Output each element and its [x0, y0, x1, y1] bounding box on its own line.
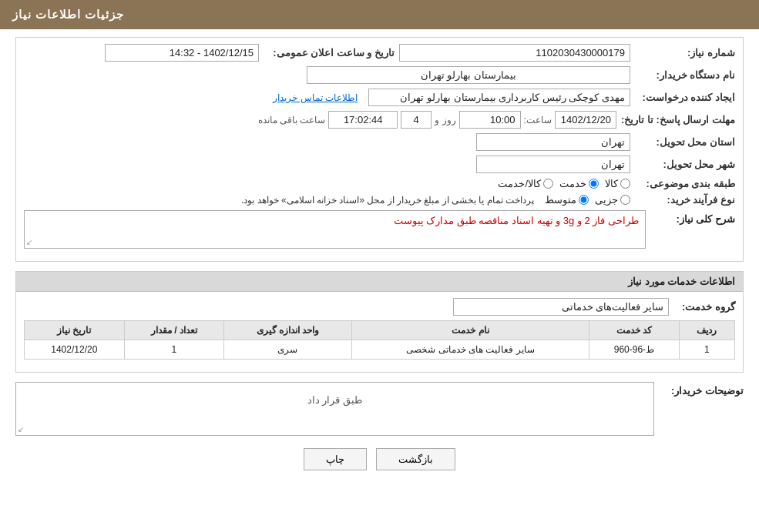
deadline-row: مهلت ارسال پاسخ: تا تاریخ: 1402/12/20 سا…	[24, 111, 735, 129]
proc-note: پرداخت تمام یا بخشی از مبلغ خریدار از مح…	[241, 195, 534, 206]
cell-unit: سری	[224, 340, 352, 360]
deadline-day-label: روز و	[435, 115, 455, 125]
proc-radio-medium[interactable]	[579, 195, 589, 205]
main-info-section: شماره نیاز: 1102030430000179 تاریخ و ساع…	[15, 37, 744, 262]
print-button[interactable]: چاپ	[304, 448, 367, 470]
page-header: جزئیات اطلاعات نیاز	[0, 0, 759, 29]
col-code: کد خدمت	[589, 321, 680, 340]
category-goods-label: کالا	[605, 178, 618, 189]
creator-row: ایجاد کننده درخواست: مهدی کوچکی رئیس کار…	[24, 89, 735, 106]
deadline-remain-label: ساعت باقی مانده	[258, 115, 326, 125]
buyer-resize-icon: ↙	[18, 425, 24, 433]
deadline-label: مهلت ارسال پاسخ: تا تاریخ:	[621, 114, 735, 125]
table-row: 1ط-96-960سایر فعالیت های خدماتی شخصیسری1…	[25, 340, 735, 360]
buyer-desc-text: طبق قرار داد	[22, 386, 647, 406]
deadline-day-value: 4	[401, 111, 432, 129]
creator-label: ایجاد کننده درخواست:	[635, 92, 735, 103]
proc-type-label: نوع فرآیند خرید:	[635, 194, 735, 206]
proc-option-medium: متوسط	[545, 194, 589, 206]
buyer-desc-label: توضیحات خریدار:	[659, 382, 744, 396]
category-radio-service[interactable]	[589, 179, 599, 189]
city-label: شهر محل تحویل:	[635, 159, 735, 170]
deadline-time-value: 10:00	[459, 111, 521, 129]
service-group-label: گروه خدمت:	[673, 301, 735, 313]
buyer-org-value: بیمارستان بهارلو تهران	[307, 66, 630, 84]
city-row: شهر محل تحویل: تهران	[24, 156, 735, 173]
category-radio-goods[interactable]	[620, 179, 630, 189]
deadline-remain-value: 17:02:44	[328, 111, 398, 129]
city-value: تهران	[476, 156, 630, 173]
buyer-org-row: نام دستگاه خریدار: بیمارستان بهارلو تهرا…	[24, 66, 735, 84]
cell-date: 1402/12/20	[25, 340, 125, 360]
category-option-both: کالا/خدمت	[498, 178, 553, 189]
service-info-section: اطلاعات خدمات مورد نیاز گروه خدمت: سایر …	[15, 271, 744, 373]
need-desc-label: شرح کلی نیاز:	[650, 210, 735, 225]
need-number-row: شماره نیاز: 1102030430000179 تاریخ و ساع…	[24, 44, 735, 62]
need-desc-row: شرح کلی نیاز: طراحی فاز 2 و 3g و تهیه اس…	[24, 210, 735, 249]
category-option-service: خدمت	[559, 178, 599, 189]
table-header-row: ردیف کد خدمت نام خدمت واحد اندازه گیری ت…	[25, 321, 735, 340]
buyer-desc-section: توضیحات خریدار: طبق قرار داد ↙	[15, 382, 744, 436]
col-date: تاریخ نیاز	[25, 321, 125, 340]
service-section-title: اطلاعات خدمات مورد نیاز	[16, 272, 743, 292]
category-both-label: کالا/خدمت	[498, 178, 541, 189]
proc-type-row: نوع فرآیند خرید: جزیی متوسط پرداخت تمام …	[24, 194, 735, 206]
creator-contact-link[interactable]: اطلاعات تماس خریدار	[273, 92, 358, 103]
buyer-org-label: نام دستگاه خریدار:	[635, 69, 735, 81]
creator-value: مهدی کوچکی رئیس کاربرداری بیمارستان بهار…	[368, 89, 630, 106]
proc-option-partial: جزیی	[595, 194, 630, 206]
col-row: ردیف	[679, 321, 734, 340]
province-label: استان محل تحویل:	[635, 136, 735, 148]
category-service-label: خدمت	[559, 178, 586, 189]
page-title: جزئیات اطلاعات نیاز	[12, 8, 124, 21]
service-group-value: سایر فعالیت‌های خدماتی	[453, 298, 669, 316]
proc-radio-partial[interactable]	[620, 195, 630, 205]
category-option-goods: کالا	[605, 178, 630, 189]
cell-qty: 1	[124, 340, 223, 360]
cell-name: سایر فعالیت های خدماتی شخصی	[351, 340, 589, 360]
col-unit: واحد اندازه گیری	[224, 321, 352, 340]
resize-icon: ↙	[26, 238, 32, 246]
proc-type-radio-group: جزیی متوسط	[545, 194, 630, 206]
need-desc-box: طراحی فاز 2 و 3g و تهیه اسناد مناقصه طبق…	[24, 210, 646, 249]
deadline-time-label: ساعت:	[524, 115, 552, 125]
cell-row: 1	[679, 340, 734, 360]
announce-date-label: تاریخ و ساعت اعلان عمومی:	[264, 47, 395, 59]
proc-partial-label: جزیی	[595, 194, 618, 206]
buyer-desc-box: طبق قرار داد ↙	[15, 382, 654, 436]
service-table: ردیف کد خدمت نام خدمت واحد اندازه گیری ت…	[24, 320, 735, 360]
province-row: استان محل تحویل: تهران	[24, 133, 735, 151]
deadline-date-value: 1402/12/20	[555, 111, 616, 129]
province-value: تهران	[476, 133, 630, 151]
need-number-label: شماره نیاز:	[635, 47, 735, 59]
cell-code: ط-96-960	[589, 340, 680, 360]
announce-date-value: 1402/12/15 - 14:32	[105, 44, 259, 62]
need-number-value: 1102030430000179	[399, 44, 630, 62]
back-button[interactable]: بازگشت	[376, 448, 455, 470]
category-radio-group: کالا خدمت کالا/خدمت	[498, 178, 630, 189]
category-radio-both[interactable]	[543, 179, 553, 189]
proc-medium-label: متوسط	[545, 194, 576, 206]
footer-buttons: بازگشت چاپ	[15, 448, 744, 470]
col-qty: تعداد / مقدار	[124, 321, 223, 340]
need-desc-value: طراحی فاز 2 و 3g و تهیه اسناد مناقصه طبق…	[394, 215, 639, 226]
category-label: طبقه بندی موضوعی:	[635, 178, 735, 189]
service-group-row: گروه خدمت: سایر فعالیت‌های خدماتی	[24, 298, 735, 316]
col-name: نام خدمت	[351, 321, 589, 340]
category-row: طبقه بندی موضوعی: کالا خدمت کالا/خدمت	[24, 178, 735, 189]
